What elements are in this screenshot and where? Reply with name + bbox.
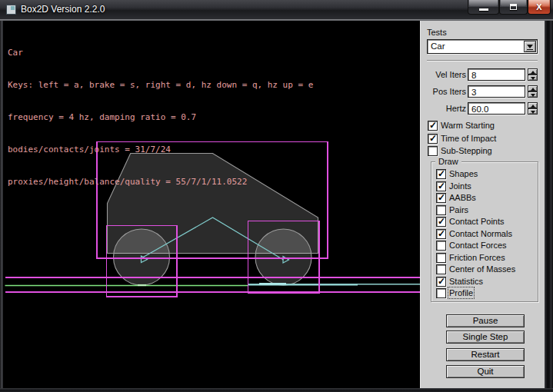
restart-button[interactable]: Restart xyxy=(446,348,525,361)
tests-dropdown-value: Car xyxy=(431,42,445,51)
vel-iters-spin-down-button[interactable] xyxy=(528,75,538,81)
checkbox-box[interactable] xyxy=(436,241,446,251)
window-title: Box2D Version 2.2.0 xyxy=(21,4,105,15)
checkbox-box[interactable] xyxy=(436,288,446,298)
arrow-up-icon xyxy=(531,88,535,91)
check-icon: ✓ xyxy=(438,168,445,179)
arrow-down-icon xyxy=(531,111,535,114)
checkbox-box[interactable]: ✓ xyxy=(436,193,446,203)
checkbox-box[interactable]: ✓ xyxy=(436,277,446,287)
window-left-border xyxy=(0,21,3,388)
checkbox-box[interactable]: ✓ xyxy=(436,229,446,239)
hertz-spin-up-button[interactable] xyxy=(528,102,538,108)
check-icon: ✓ xyxy=(438,216,445,227)
check-icon: ✓ xyxy=(438,228,445,239)
draw-groupbox: Draw ✓ Shapes ✓ Joints ✓ AABBs Pairs ✓ C… xyxy=(431,161,538,302)
pos-iters-label: Pos Iters xyxy=(421,87,466,96)
vel-iters-label: Vel Iters xyxy=(421,70,466,79)
close-button[interactable]: X xyxy=(528,0,551,15)
window-bottom-border xyxy=(0,388,553,392)
hertz-spin-down-button[interactable] xyxy=(528,108,538,115)
check-icon: ✓ xyxy=(438,276,445,287)
maximize-button[interactable] xyxy=(499,0,528,15)
checkbox-box[interactable]: ✓ xyxy=(436,181,446,191)
pos-iters-input[interactable]: 3 xyxy=(468,85,525,98)
control-panel: Tests Car Vel Iters 8 Pos Iters 3 xyxy=(420,21,545,388)
check-icon: ✓ xyxy=(429,133,437,144)
app-icon xyxy=(6,5,16,15)
window-right-border xyxy=(545,21,553,388)
arrow-down-icon xyxy=(531,77,535,80)
checkbox-box[interactable] xyxy=(436,205,446,215)
hertz-spinner xyxy=(528,102,538,115)
quit-button[interactable]: Quit xyxy=(446,365,525,378)
pos-iters-row: Pos Iters 3 xyxy=(421,85,545,98)
hertz-row: Hertz 60.0 xyxy=(421,102,545,115)
arrow-up-icon xyxy=(531,105,535,108)
simulation-canvas[interactable]: Car Keys: left = a, brake = s, right = d… xyxy=(3,21,420,388)
proxies-line: proxies/height/balance/quality = 55/7/1/… xyxy=(8,177,313,188)
vel-iters-spin-up-button[interactable] xyxy=(528,68,538,75)
pos-iters-spin-down-button[interactable] xyxy=(528,91,538,98)
vel-iters-row: Vel Iters 8 xyxy=(421,68,545,81)
chevron-down-icon xyxy=(527,45,533,48)
keys-help-line: Keys: left = a, brake = s, right = d, hz… xyxy=(8,80,313,91)
maximize-icon xyxy=(510,4,517,10)
pos-iters-spin-up-button[interactable] xyxy=(528,85,538,91)
pause-button[interactable]: Pause xyxy=(446,314,525,327)
checkbox-box[interactable] xyxy=(436,253,446,263)
vel-iters-spinner xyxy=(528,68,538,81)
single-step-button[interactable]: Single Step xyxy=(446,331,525,344)
tests-label: Tests xyxy=(427,28,447,37)
checkbox-box[interactable] xyxy=(436,264,446,274)
frequency-line: frequency = 4 hz, damping ratio = 0.7 xyxy=(8,112,313,123)
checkbox-box[interactable]: ✓ xyxy=(428,134,438,144)
statistics-text: Car Keys: left = a, brake = s, right = d… xyxy=(8,26,313,209)
check-icon: ✓ xyxy=(429,120,437,131)
arrow-down-icon xyxy=(531,94,535,97)
minimize-button[interactable] xyxy=(468,0,499,15)
checkbox-box[interactable]: ✓ xyxy=(428,121,438,131)
check-icon: ✓ xyxy=(438,192,445,203)
vel-iters-input[interactable]: 8 xyxy=(468,68,525,81)
hertz-label: Hertz xyxy=(421,104,466,113)
checkbox-box[interactable]: ✓ xyxy=(436,169,446,179)
minimize-icon xyxy=(479,8,488,11)
arrow-up-icon xyxy=(531,71,535,74)
hertz-input[interactable]: 60.0 xyxy=(468,102,525,115)
bodies-line: bodies/contacts/joints = 31/7/24 xyxy=(8,145,313,155)
tests-dropdown[interactable]: Car xyxy=(427,39,538,54)
checkbox-box[interactable]: ✓ xyxy=(436,217,446,227)
check-icon: ✓ xyxy=(438,181,445,191)
box2d-testbed-window: Box2D Version 2.2.0 X xyxy=(0,0,553,392)
checkbox-box[interactable] xyxy=(428,146,438,156)
test-name-line: Car xyxy=(8,48,313,58)
draw-group-title: Draw xyxy=(435,157,461,166)
tests-dropdown-arrow-button[interactable] xyxy=(524,41,536,52)
close-icon: X xyxy=(528,2,550,12)
pos-iters-spinner xyxy=(528,85,538,98)
separator-line xyxy=(427,60,538,61)
titlebar[interactable]: Box2D Version 2.2.0 X xyxy=(0,0,553,19)
